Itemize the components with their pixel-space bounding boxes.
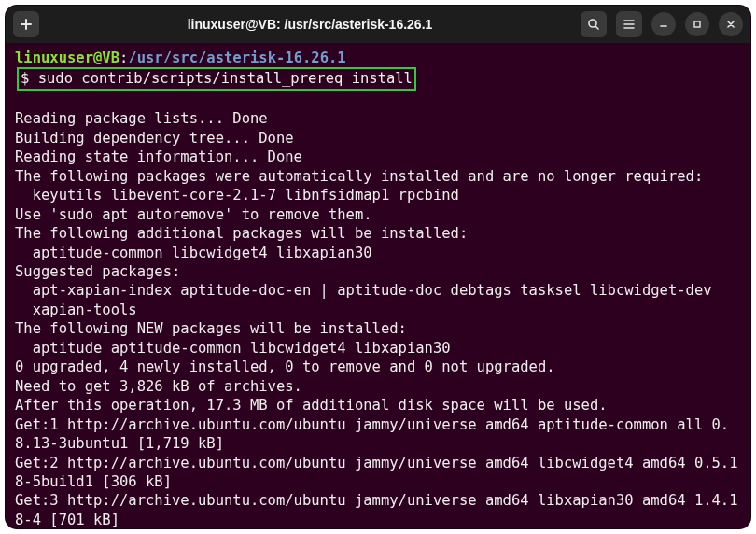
output-line: xapian-tools [15, 302, 137, 318]
prompt-path: /usr/src/asterisk-16.26.1 [128, 49, 345, 66]
output-line: Get:2 http://archive.ubuntu.com/ubuntu j… [15, 455, 738, 490]
output-line: Building dependency tree... Done [15, 130, 294, 147]
output-line: After this operation, 17.3 MB of additio… [15, 397, 608, 414]
svg-rect-1 [694, 21, 700, 27]
window-title: linuxuser@VB: /usr/src/asterisk-16.26.1 [47, 17, 573, 32]
new-tab-button[interactable] [13, 11, 39, 37]
output-line: Reading state information... Done [15, 148, 302, 165]
prompt-symbol: $ [21, 70, 29, 87]
titlebar: linuxuser@VB: /usr/src/asterisk-16.26.1 [6, 6, 750, 43]
highlighted-command: $ sudo contrib/scripts/install_prereq in… [17, 67, 416, 90]
output-line: aptitude aptitude-common libcwidget4 lib… [15, 340, 451, 357]
terminal-window: linuxuser@VB: /usr/src/asterisk-16.26.1 … [6, 6, 750, 528]
output-line: The following additional packages will b… [15, 225, 468, 242]
output-line: apt-xapian-index aptitude-doc-en | aptit… [15, 282, 712, 299]
output-line: Reading package lists... Done [15, 110, 268, 127]
maximize-button[interactable] [685, 12, 709, 36]
output-line: The following NEW packages will be insta… [15, 320, 407, 337]
terminal-content[interactable]: linuxuser@VB:/usr/src/asterisk-16.26.1$ … [6, 43, 750, 528]
command-text: sudo contrib/scripts/install_prereq inst… [38, 70, 413, 87]
close-button[interactable] [719, 12, 743, 36]
prompt-line: linuxuser@VB:/usr/src/asterisk-16.26.1$ … [15, 49, 741, 91]
hamburger-menu-button[interactable] [616, 11, 642, 37]
output-line: The following packages were automaticall… [15, 168, 703, 185]
output-line: Get:3 http://archive.ubuntu.com/ubuntu j… [15, 492, 738, 527]
output-line: Need to get 3,826 kB of archives. [15, 378, 302, 395]
output-line: aptitude-common libcwidget4 libxapian30 [15, 245, 372, 261]
minimize-button[interactable] [651, 12, 676, 36]
prompt-user-host: linuxuser@VB [15, 49, 119, 66]
output-line: keyutils libevent-core-2.1-7 libnfsidmap… [15, 187, 459, 204]
output-line: Suggested packages: [15, 263, 180, 280]
output-line: Get:1 http://archive.ubuntu.com/ubuntu j… [15, 416, 729, 452]
search-button[interactable] [581, 11, 607, 37]
prompt-separator: : [119, 49, 128, 66]
output-line: Use 'sudo apt autoremove' to remove them… [15, 206, 372, 223]
output-line: 0 upgraded, 4 newly installed, 0 to remo… [15, 358, 555, 375]
